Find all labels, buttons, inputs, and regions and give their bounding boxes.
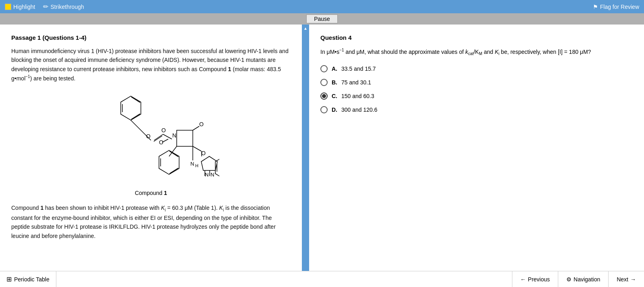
choice-c-label: C. [332, 93, 337, 99]
next-button[interactable]: Next → [608, 271, 644, 287]
choice-a[interactable]: A. 33.5 and 15.7 [320, 65, 633, 72]
svg-marker-32 [159, 150, 179, 174]
svg-line-3 [131, 97, 140, 102]
compound-figure: O O N O O [11, 90, 291, 196]
highlight-icon [5, 4, 11, 10]
choice-d[interactable]: D. 300 and 120.6 [320, 106, 633, 113]
pause-button[interactable]: Pause [306, 14, 338, 23]
choice-b[interactable]: B. 75 and 30.1 [320, 79, 633, 86]
scroll-up-arrow[interactable]: ▲ [303, 26, 308, 31]
passage-divider: ▲ [302, 25, 309, 271]
previous-button[interactable]: ← Previous [512, 271, 558, 287]
svg-text:N: N [205, 172, 208, 178]
choice-b-label: B. [332, 79, 337, 86]
svg-line-5 [131, 120, 145, 134]
question-text: In μM•s−1 and μM, what should the approx… [320, 47, 633, 57]
passage-paragraph1: Human immunodeficiency virus 1 (HIV-1) p… [11, 47, 291, 83]
periodic-table-icon: ⊞ [6, 275, 12, 283]
compound-number: 1 [164, 190, 167, 196]
strikethrough-icon: ✏ [43, 3, 48, 10]
choice-a-text: 33.5 and 15.7 [341, 66, 376, 72]
svg-line-11 [163, 134, 172, 139]
toolbar: Highlight ✏ Strikethrough ⚑ Flag for Rev… [0, 0, 644, 13]
radio-c[interactable] [320, 92, 328, 100]
bottom-bar: ⊞ Periodic Table ← Previous ⚙ Navigation… [0, 271, 644, 287]
answer-choices: A. 33.5 and 15.7 B. 75 and 30.1 C. 150 a… [320, 65, 633, 113]
choice-a-label: A. [332, 66, 337, 72]
highlight-label: Highlight [13, 4, 35, 10]
flag-for-review-button[interactable]: ⚑ Flag for Review [593, 4, 639, 10]
svg-text:N: N [190, 161, 194, 167]
radio-c-selected-indicator [322, 94, 326, 98]
periodic-table-button[interactable]: ⊞ Periodic Table [0, 271, 56, 287]
navigation-icon: ⚙ [566, 276, 572, 283]
passage-title: Passage 1 (Questions 1-4) [11, 34, 291, 41]
previous-label: Previous [528, 276, 550, 283]
question-pane: Question 4 In μM•s−1 and μM, what should… [309, 25, 644, 271]
next-arrow-icon: → [630, 276, 636, 283]
strikethrough-button[interactable]: ✏ Strikethrough [43, 3, 84, 10]
toolbar-left: Highlight ✏ Strikethrough [5, 3, 84, 10]
passage-paragraph2: Compound 1 has been shown to inhibit HIV… [11, 203, 291, 240]
pause-bar: Pause [0, 13, 644, 25]
svg-line-35 [169, 168, 178, 174]
svg-line-4 [131, 114, 140, 119]
choice-d-text: 300 and 120.6 [341, 107, 378, 113]
compound-structure: O O N O O [83, 90, 219, 187]
svg-rect-13 [177, 130, 193, 146]
radio-b[interactable] [320, 79, 328, 86]
svg-text:O: O [199, 121, 204, 127]
flag-label: Flag for Review [600, 4, 639, 10]
radio-d[interactable] [320, 106, 328, 113]
svg-text:O: O [161, 127, 166, 133]
passage-pane: Passage 1 (Questions 1-4) Human immunode… [0, 25, 302, 271]
svg-text:N: N [211, 172, 214, 178]
svg-marker-22 [201, 156, 217, 170]
next-label: Next [617, 276, 628, 283]
previous-arrow-icon: ← [520, 276, 526, 283]
radio-a[interactable] [320, 65, 328, 72]
svg-line-16 [193, 146, 201, 151]
question-title: Question 4 [320, 34, 633, 41]
svg-line-14 [193, 126, 199, 130]
periodic-table-label: Periodic Table [14, 276, 50, 283]
highlight-button[interactable]: Highlight [5, 4, 35, 10]
strikethrough-label: Strikethrough [50, 4, 84, 10]
main-content: Passage 1 (Questions 1-4) Human immunode… [0, 25, 644, 271]
choice-c-text: 150 and 60.3 [341, 93, 374, 99]
svg-marker-0 [121, 96, 141, 120]
choice-d-label: D. [332, 107, 337, 113]
choice-b-text: 75 and 30.1 [341, 79, 371, 86]
navigation-buttons: ← Previous ⚙ Navigation Next → [512, 271, 644, 287]
navigation-button[interactable]: ⚙ Navigation [558, 271, 608, 287]
choice-c[interactable]: C. 150 and 60.3 [320, 92, 633, 100]
svg-text:N: N [172, 132, 176, 139]
compound-caption: Compound 1 [135, 190, 167, 196]
svg-text:H: H [195, 163, 198, 168]
flag-icon: ⚑ [593, 4, 598, 10]
navigation-label: Navigation [574, 276, 600, 283]
